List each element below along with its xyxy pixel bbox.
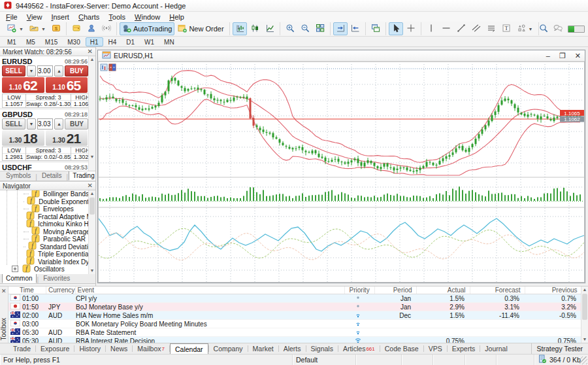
volume-dropdown[interactable]: ▼ bbox=[27, 118, 36, 130]
profiles-button[interactable]: ▼ bbox=[27, 22, 48, 35]
volume-up-stepper[interactable]: ▲ bbox=[54, 118, 63, 130]
text-label-button[interactable]: T bbox=[499, 22, 514, 35]
timeframe-h1[interactable]: H1 bbox=[86, 37, 103, 46]
market-watch-tab-details[interactable]: Details bbox=[38, 171, 66, 181]
menu-window[interactable]: Window bbox=[130, 13, 165, 21]
zoom-in-button[interactable] bbox=[283, 22, 297, 35]
resize-grip[interactable] bbox=[580, 356, 587, 364]
price-chart[interactable]: 1.10651.1062 bbox=[98, 61, 585, 283]
menu-view[interactable]: View bbox=[22, 13, 47, 21]
shapes-button[interactable]: ▼ bbox=[514, 22, 536, 35]
search-icon[interactable] bbox=[539, 24, 548, 34]
sell-button[interactable]: SELL bbox=[2, 118, 25, 130]
toolbox-tab-trade[interactable]: Trade bbox=[8, 343, 35, 354]
ask-price[interactable]: 1.1065 bbox=[46, 77, 88, 93]
auto-scroll-button[interactable] bbox=[333, 22, 348, 35]
timeframe-m1[interactable]: M1 bbox=[3, 37, 21, 46]
volume-input[interactable]: 3.00 bbox=[37, 65, 53, 77]
bar-chart-button[interactable]: 1 bbox=[233, 22, 247, 35]
toolbox-tab-signals[interactable]: Signals bbox=[306, 343, 338, 354]
chart-shift-button[interactable] bbox=[348, 22, 363, 35]
close-icon[interactable]: ✕ bbox=[575, 52, 581, 60]
calendar-row[interactable]: 05:30AUDRBA Rate Statement bbox=[8, 328, 588, 337]
timeframe-m15[interactable]: M15 bbox=[41, 37, 62, 46]
navigator-branch-oscillators[interactable]: fOscillators bbox=[10, 266, 95, 273]
menu-help[interactable]: Help bbox=[165, 13, 189, 21]
menu-tools[interactable]: Tools bbox=[104, 13, 130, 21]
navigator-item-parabolic-sar[interactable]: fParabolic SAR bbox=[29, 235, 95, 243]
toolbox-tab-company[interactable]: Company bbox=[209, 343, 248, 354]
minimize-icon[interactable]: – bbox=[546, 52, 550, 60]
navigator-item-envelopes[interactable]: fEnvelopes bbox=[29, 205, 95, 213]
buy-button[interactable]: BUY bbox=[65, 65, 88, 77]
chart-plot-area[interactable]: 1.10651.1062 bbox=[98, 61, 585, 283]
timeframe-h4[interactable]: H4 bbox=[104, 37, 122, 46]
andrews-pitchfork-button[interactable] bbox=[484, 22, 498, 35]
chat-icon[interactable] bbox=[553, 24, 563, 34]
sell-button[interactable]: SELL bbox=[2, 65, 25, 77]
volume-input[interactable]: 3.03 bbox=[37, 118, 53, 130]
window-list-button[interactable] bbox=[368, 22, 383, 35]
broadcast-button[interactable] bbox=[99, 22, 114, 35]
timeframe-d1[interactable]: D1 bbox=[122, 37, 139, 46]
vertical-line-button[interactable] bbox=[424, 22, 438, 35]
bid-price[interactable]: 1.3018 bbox=[2, 130, 44, 146]
horizontal-line-button[interactable] bbox=[439, 22, 453, 35]
calendar-row[interactable]: 05:30AUDRBA Interest Rate Decision0.75%0… bbox=[8, 337, 588, 343]
toolbox-tab-market[interactable]: Market bbox=[248, 343, 278, 354]
navigator-item-fractal-adaptive-mo[interactable]: fFractal Adaptive Mo bbox=[29, 213, 95, 221]
calendar-row[interactable]: 03:00BOK Monetary Policy Board Meeting M… bbox=[8, 320, 588, 328]
scrollbar[interactable]: ▲▼ bbox=[88, 56, 95, 171]
timeframe-m30[interactable]: M30 bbox=[63, 37, 84, 46]
ask-price[interactable]: 1.3021 bbox=[46, 130, 88, 146]
toolbox-tab-calendar[interactable]: Calendar bbox=[170, 343, 208, 354]
navigator-item-triple-exponential-m[interactable]: fTriple Exponential M bbox=[29, 251, 95, 258]
close-icon[interactable]: ✕ bbox=[88, 182, 93, 189]
navigator-tab-common[interactable]: Common bbox=[2, 274, 37, 283]
line-chart-button[interactable] bbox=[263, 22, 277, 35]
close-icon[interactable]: ✕ bbox=[1, 288, 7, 294]
autotrading-button[interactable]: AutoTrading bbox=[120, 22, 175, 35]
cursor-button[interactable] bbox=[389, 22, 403, 35]
symbol-card-eurusd[interactable]: EURUSD08:29:56SELL▼3.00▲BUY1.10621.1065L… bbox=[0, 56, 95, 109]
symbol-card-gbpusd[interactable]: GBPUSD08:29:18SELL▼3.03▲BUY1.30181.3021L… bbox=[0, 109, 95, 162]
trend-line-button[interactable] bbox=[454, 22, 468, 35]
crosshair-button[interactable] bbox=[404, 22, 418, 35]
calendar-row[interactable]: 01:00CPI y/yJan1.5%0.3%0.7% bbox=[8, 294, 588, 303]
toolbox-tab-articles[interactable]: Articles661 bbox=[338, 343, 380, 354]
strategy-tester-tab[interactable]: Strategy Tester bbox=[531, 343, 588, 354]
timeframe-w1[interactable]: W1 bbox=[140, 37, 159, 46]
timeframe-m5[interactable]: M5 bbox=[22, 37, 40, 46]
scrollbar[interactable]: ▲▼ bbox=[88, 190, 95, 274]
toolbox-tab-alerts[interactable]: Alerts bbox=[279, 343, 306, 354]
account-button[interactable] bbox=[84, 22, 99, 35]
toolbox-tab-vps[interactable]: VPS bbox=[424, 343, 447, 354]
new-chart-button[interactable]: ▼ bbox=[5, 22, 26, 35]
toolbox-tab-news[interactable]: News bbox=[106, 343, 132, 354]
zoom-out-button[interactable] bbox=[298, 22, 312, 35]
volume-dropdown[interactable]: ▼ bbox=[27, 65, 36, 77]
buy-button[interactable]: BUY bbox=[65, 118, 88, 130]
bid-price[interactable]: 1.1062 bbox=[2, 77, 44, 93]
candle-chart-button[interactable] bbox=[248, 22, 262, 35]
new-order-button[interactable]: New Order bbox=[175, 22, 226, 35]
toolbox-tab-exposure[interactable]: Exposure bbox=[36, 343, 74, 354]
tile-windows-button[interactable] bbox=[313, 22, 327, 35]
menu-insert[interactable]: Insert bbox=[46, 13, 74, 21]
toolbox-tab-experts[interactable]: Experts bbox=[448, 343, 480, 354]
toolbox-tab-journal[interactable]: Journal bbox=[480, 343, 512, 354]
market-watch-tab-trading[interactable]: Trading bbox=[69, 171, 95, 181]
symbols-dollar-button[interactable]: $ bbox=[49, 22, 63, 35]
calendar-row[interactable]: 01:50JPYBoJ Monetary Base y/yJan2.9%3.1%… bbox=[8, 303, 588, 311]
toolbox-tab-history[interactable]: History bbox=[74, 343, 105, 354]
menu-charts[interactable]: Charts bbox=[74, 13, 104, 21]
payments-button[interactable] bbox=[69, 22, 84, 35]
calendar-row[interactable]: 02:00AUDHIA New Home Sales m/mDec1.5%-11… bbox=[8, 311, 588, 320]
navigator-tab-favorites[interactable]: Favorites bbox=[39, 274, 74, 283]
menu-file[interactable]: File bbox=[1, 13, 22, 21]
timeframe-mn[interactable]: MN bbox=[159, 37, 179, 46]
symbol-card-usdchf[interactable]: USDCHF08:29:53SELL▼3.00▲BUY bbox=[0, 162, 95, 171]
toolbox-tab-code-base[interactable]: Code Base bbox=[380, 343, 423, 354]
volume-up-stepper[interactable]: ▲ bbox=[54, 65, 63, 77]
maximize-icon[interactable]: ❐ bbox=[559, 52, 566, 60]
